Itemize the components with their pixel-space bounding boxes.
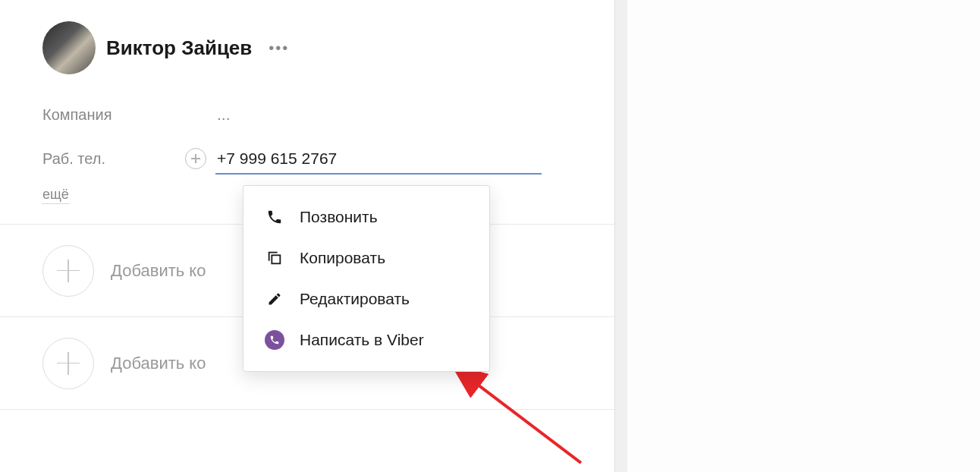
more-actions-icon[interactable]: ••• [262,36,295,60]
menu-viber-label: Написать в Viber [300,331,424,349]
menu-item-edit[interactable]: Редактировать [243,278,489,319]
avatar[interactable] [42,21,96,74]
phone-context-menu: Позвонить Копировать Редактировать Напис… [243,185,490,372]
company-value[interactable]: ... [217,105,231,124]
show-more-link[interactable]: ещё [42,187,69,204]
menu-edit-label: Редактировать [300,290,410,308]
contact-header: Виктор Зайцев ••• [0,0,614,74]
svg-rect-0 [272,255,280,263]
add-phone-icon[interactable] [185,148,206,169]
menu-item-copy[interactable]: Копировать [243,238,489,278]
copy-icon [265,248,284,268]
right-sidebar-inner [627,0,980,472]
phone-label: Раб. тел. [42,150,185,168]
phone-value[interactable]: +7 999 615 2767 [217,149,337,167]
field-company: Компания ... [42,93,614,137]
field-work-phone: Раб. тел. +7 999 615 2767 [42,137,614,181]
right-sidebar [614,0,980,472]
contact-name[interactable]: Виктор Зайцев [106,36,252,60]
add-company-label: Добавить ко [111,261,206,281]
add-contact-icon[interactable] [42,338,94,389]
phone-active-underline [215,173,542,175]
add-company-icon[interactable] [42,245,94,297]
company-label: Компания [42,106,185,124]
add-contact-label: Добавить ко [111,354,206,373]
menu-item-viber[interactable]: Написать в Viber [243,319,489,360]
menu-call-label: Позвонить [300,208,378,226]
contact-fields: Компания ... Раб. тел. +7 999 615 2767 [0,74,614,181]
contact-card-panel: Виктор Зайцев ••• Компания ... Раб. тел.… [0,0,614,472]
edit-icon [265,289,284,309]
phone-value-wrapper[interactable]: +7 999 615 2767 [217,149,337,168]
viber-icon [265,330,284,350]
menu-item-call[interactable]: Позвонить [243,197,489,238]
phone-icon [265,207,284,227]
menu-copy-label: Копировать [300,249,385,267]
